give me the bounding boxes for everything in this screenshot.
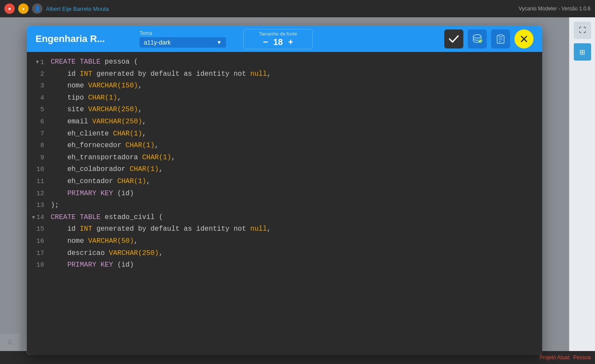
sql-modal: Engenharia R... Tema a11y-dark ▼ Tamanho…: [27, 26, 542, 355]
line-number-1: ▼ 1: [27, 58, 51, 68]
code-line-11: 11 eh_contador CHAR(1),: [27, 176, 542, 188]
code-line-5: 5 site VARCHAR(250),: [27, 104, 542, 116]
check-icon: [448, 33, 459, 45]
font-size-section: Tamanho da fonte − 18 +: [243, 29, 313, 49]
code-line-7: 7 eh_cliente CHAR(1),: [27, 128, 542, 140]
code-line-17: 17 descricao VARCHAR(250),: [27, 248, 542, 260]
app-icon: ●: [18, 3, 29, 14]
line-number-2: 2: [27, 69, 51, 80]
code-content-1: CREATE TABLE pessoa (: [51, 57, 138, 68]
code-line-10: 10 eh_colaborador CHAR(1),: [27, 164, 542, 176]
line-number-9: 9: [27, 153, 51, 163]
svg-rect-3: [499, 35, 502, 36]
theme-section: Tema a11y-dark ▼: [139, 30, 226, 48]
right-btn-collapse[interactable]: ⛶: [574, 22, 591, 39]
font-decrease-button[interactable]: −: [263, 38, 268, 46]
code-line-9: 9 eh_transportadora CHAR(1),: [27, 152, 542, 164]
database-icon: [472, 33, 483, 45]
confirm-button[interactable]: [444, 29, 463, 48]
code-content-13: );: [51, 200, 59, 211]
font-controls: − 18 +: [263, 37, 293, 47]
code-line-2: 2 id INT generated by default as identit…: [27, 68, 542, 81]
user-name: Albert Eije Barreto Mouta: [46, 6, 109, 12]
font-size-label: Tamanho da fonte: [259, 31, 297, 36]
line-number-7: 7: [27, 129, 51, 139]
modal-header: Engenharia R... Tema a11y-dark ▼ Tamanho…: [27, 26, 542, 52]
theme-arrow-icon: ▼: [217, 39, 222, 45]
code-content-10: eh_colaborador CHAR(1),: [51, 164, 163, 175]
code-content-15: id INT generated by default as identity …: [51, 224, 271, 235]
code-content-6: email VARCHAR(250),: [51, 116, 146, 128]
code-line-3: 3 nome VARCHAR(150),: [27, 80, 542, 92]
theme-label: Tema: [139, 30, 226, 36]
code-content-7: eh_cliente CHAR(1),: [51, 129, 146, 140]
theme-value: a11y-dark: [144, 39, 213, 46]
code-content-8: eh_fornecedor CHAR(1),: [51, 140, 159, 151]
line-number-3: 3: [27, 81, 51, 91]
code-line-6: 6 email VARCHAR(250),: [27, 116, 542, 128]
clipboard-icon: [495, 33, 506, 45]
code-content-9: eh_transportadora CHAR(1),: [51, 152, 175, 164]
modal-actions: [444, 29, 534, 48]
line-number-11: 11: [27, 177, 51, 187]
line-number-15: 15: [27, 224, 51, 235]
right-btn-grid[interactable]: ⊞: [574, 43, 591, 61]
theme-dropdown[interactable]: a11y-dark ▼: [139, 37, 226, 48]
line-number-6: 6: [27, 117, 51, 127]
font-size-value: 18: [273, 37, 283, 47]
close-icon: [520, 35, 528, 43]
line-number-17: 17: [27, 248, 51, 259]
code-content-3: nome VARCHAR(150),: [51, 81, 142, 92]
font-increase-button[interactable]: +: [288, 38, 293, 46]
modal-title: Engenharia R...: [36, 33, 131, 45]
code-content-12: PRIMARY KEY (id): [51, 188, 134, 200]
fold-arrow-1[interactable]: ▼: [36, 58, 39, 67]
line-number-4: 4: [27, 93, 51, 103]
code-content-11: eh_contador CHAR(1),: [51, 176, 150, 187]
app-logo: ●: [4, 3, 15, 14]
line-number-10: 10: [27, 164, 51, 175]
svg-point-0: [473, 35, 481, 38]
line-number-13: 13: [27, 200, 51, 211]
user-avatar: 👤: [32, 3, 42, 14]
app-version: Vycanis Modeler - Versão 1.0.6: [519, 6, 591, 12]
right-panel: ⛶ ⊞: [569, 17, 595, 364]
code-content-16: nome VARCHAR(50),: [51, 236, 138, 247]
modal-overlay: Engenharia R... Tema a11y-dark ▼ Tamanho…: [0, 17, 569, 351]
line-number-8: 8: [27, 141, 51, 151]
clipboard-button[interactable]: [491, 29, 510, 48]
project-label: Projeto Atual:: [540, 354, 570, 361]
code-content-18: PRIMARY KEY (id): [51, 260, 134, 271]
line-number-14: ▼ 14: [27, 213, 51, 223]
code-line-15: 15 id INT generated by default as identi…: [27, 223, 542, 235]
top-bar: ● ● 👤 Albert Eije Barreto Mouta Vycanis …: [0, 0, 595, 17]
line-number-5: 5: [27, 105, 51, 115]
code-content-14: CREATE TABLE estado_civil (: [51, 212, 163, 223]
code-content-2: id INT generated by default as identity …: [51, 69, 271, 80]
fold-arrow-14[interactable]: ▼: [32, 214, 35, 222]
code-content-4: tipo CHAR(1),: [51, 93, 121, 104]
line-number-18: 18: [27, 260, 51, 271]
line-number-12: 12: [27, 189, 51, 199]
code-editor[interactable]: ▼ 1 CREATE TABLE pessoa ( 2 id INT gener…: [27, 52, 542, 355]
code-line-4: 4 tipo CHAR(1),: [27, 92, 542, 104]
code-line-14: ▼ 14 CREATE TABLE estado_civil (: [27, 212, 542, 224]
code-line-16: 16 nome VARCHAR(50),: [27, 235, 542, 248]
code-content-17: descricao VARCHAR(250),: [51, 248, 163, 259]
line-number-16: 16: [27, 236, 51, 247]
database-button[interactable]: [468, 29, 487, 48]
code-line-13: 13 );: [27, 200, 542, 212]
code-content-5: site VARCHAR(250),: [51, 104, 142, 116]
code-line-18: 18 PRIMARY KEY (id): [27, 259, 542, 271]
code-line-12: 12 PRIMARY KEY (id): [27, 188, 542, 200]
code-line-8: 8 eh_fornecedor CHAR(1),: [27, 140, 542, 152]
close-button[interactable]: [514, 29, 534, 48]
project-status: Projeto Atual: Pessoa: [540, 354, 591, 361]
code-line-1: ▼ 1 CREATE TABLE pessoa (: [27, 56, 542, 68]
project-name: Pessoa: [573, 354, 591, 361]
